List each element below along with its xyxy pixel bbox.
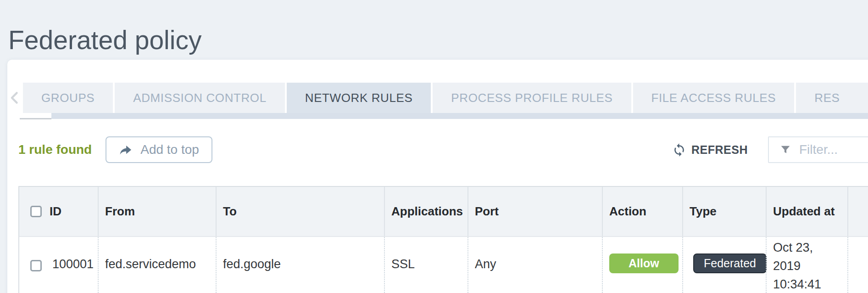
table-header-row: ID From To Applications Port Action Type… xyxy=(19,187,868,236)
column-header-updated-at: Updated at xyxy=(766,187,847,236)
tab-admission-control[interactable]: ADMISSION CONTROL xyxy=(115,83,284,113)
header-cell-id: ID xyxy=(19,187,98,236)
cell-type: Federated xyxy=(682,237,766,293)
column-header-to: To xyxy=(216,187,384,236)
cell-to: fed.google xyxy=(216,237,384,293)
column-header-applications: Applications xyxy=(384,187,467,236)
refresh-icon xyxy=(672,143,686,157)
select-all-checkbox[interactable] xyxy=(30,206,42,217)
add-to-top-label: Add to top xyxy=(140,142,199,157)
column-header-id: ID xyxy=(50,204,61,219)
column-header-empty xyxy=(847,187,868,236)
cell-updated-at: Oct 23, 2019 10:34:41 xyxy=(766,237,847,293)
tab-scroll-underline xyxy=(20,118,51,119)
tab-groups[interactable]: GROUPS xyxy=(23,83,113,113)
tab-bar: GROUPS ADMISSION CONTROL NETWORK RULES P… xyxy=(7,83,868,113)
column-header-action: Action xyxy=(602,187,682,236)
chevron-left-icon xyxy=(7,90,23,106)
add-to-top-button[interactable]: Add to top xyxy=(106,136,212,163)
redo-arrow-icon xyxy=(119,144,133,156)
tab-strip-underline xyxy=(51,113,868,119)
cell-action: Allow xyxy=(602,237,682,293)
tab-scroll-left-button[interactable] xyxy=(7,83,23,113)
type-federated-badge: Federated xyxy=(693,254,767,273)
cell-applications: SSL xyxy=(384,237,467,293)
page-title: Federated policy xyxy=(8,25,201,55)
rules-table: ID From To Applications Port Action Type… xyxy=(18,186,868,293)
rule-count-label: 1 rule found xyxy=(18,142,92,157)
tab-process-profile-rules[interactable]: PROCESS PROFILE RULES xyxy=(433,83,631,113)
tab-response-rules[interactable]: RES xyxy=(796,83,868,113)
cell-empty xyxy=(847,237,868,293)
updated-at-value: Oct 23, 2019 10:34:41 xyxy=(773,238,840,293)
cell-port: Any xyxy=(467,237,602,293)
cell-from: fed.servicedemo xyxy=(98,237,216,293)
tab-file-access-rules[interactable]: FILE ACCESS RULES xyxy=(633,83,795,113)
refresh-label: REFRESH xyxy=(691,143,748,157)
refresh-button[interactable]: REFRESH xyxy=(672,143,748,157)
filter-funnel-icon xyxy=(779,143,792,156)
toolbar: 1 rule found Add to top REFRESH xyxy=(18,136,868,163)
table-row: 100001 fed.servicedemo fed.google SSL An… xyxy=(19,236,868,293)
cell-id: 100001 xyxy=(19,237,98,293)
filter-box xyxy=(768,136,868,163)
row-checkbox[interactable] xyxy=(30,260,42,271)
tab-network-rules[interactable]: NETWORK RULES xyxy=(287,83,431,113)
content-card: GROUPS ADMISSION CONTROL NETWORK RULES P… xyxy=(7,60,868,293)
column-header-type: Type xyxy=(682,187,766,236)
column-header-from: From xyxy=(98,187,216,236)
action-allow-badge[interactable]: Allow xyxy=(609,254,679,273)
rule-id-value: 100001 xyxy=(52,257,94,271)
column-header-port: Port xyxy=(467,187,602,236)
